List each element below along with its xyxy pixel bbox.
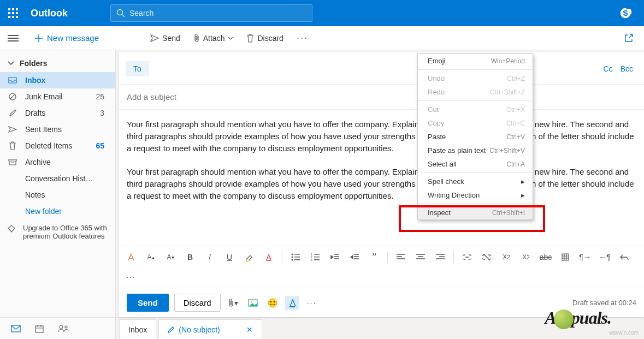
mail-icon[interactable]: [11, 325, 21, 332]
paperclip-icon: [193, 34, 200, 43]
cm-spell-check[interactable]: Spell check ▸: [418, 175, 533, 188]
cm-paste[interactable]: Paste Ctrl+V: [418, 130, 533, 144]
bullets-icon[interactable]: [289, 251, 302, 264]
cm-select-all[interactable]: Select all Ctrl+A: [418, 157, 533, 171]
cm-inspect[interactable]: Inspect Ctrl+Shift+I: [418, 206, 533, 219]
font-size-decrease-icon[interactable]: A▾: [164, 251, 177, 264]
link-icon[interactable]: [460, 251, 474, 264]
cm-label: Undo: [428, 74, 445, 82]
strikethrough-icon[interactable]: abc: [539, 251, 552, 264]
watermark-site: wsxwin.com: [609, 330, 639, 336]
discard-secondary-button[interactable]: Discard: [174, 294, 221, 312]
sidebar-item-inbox[interactable]: Inbox: [0, 72, 115, 88]
chevron-down-icon: [228, 37, 233, 40]
people-icon[interactable]: [58, 325, 69, 332]
sidebar-item-label: Notes: [25, 191, 45, 199]
svg-point-16: [292, 257, 293, 258]
sidebar-item-drafts[interactable]: Drafts 3: [0, 105, 115, 121]
cm-emoji[interactable]: Emoji Win+Period: [418, 54, 533, 68]
new-folder-button[interactable]: New folder: [0, 203, 115, 219]
underline-icon[interactable]: U: [223, 251, 236, 264]
send-primary-button[interactable]: Send: [127, 294, 169, 312]
svg-rect-31: [289, 306, 295, 307]
rtl-icon[interactable]: ←¶: [598, 251, 611, 264]
subject-input[interactable]: [119, 85, 644, 110]
send-button[interactable]: Send: [146, 32, 185, 45]
cc-button[interactable]: Cc: [604, 64, 613, 73]
popout-icon[interactable]: [624, 34, 633, 43]
more-button[interactable]: ···: [292, 30, 312, 46]
discard-button[interactable]: Discard: [242, 32, 287, 45]
ltr-icon[interactable]: ¶→: [578, 251, 592, 264]
svg-point-28: [268, 299, 277, 307]
svg-rect-19: [294, 259, 300, 260]
search-input[interactable]: [110, 4, 312, 22]
svg-rect-5: [16, 12, 18, 14]
bcc-button[interactable]: Bcc: [621, 64, 633, 73]
tab-inbox[interactable]: Inbox: [119, 319, 156, 339]
cm-label: Copy: [428, 119, 444, 127]
align-left-icon[interactable]: [394, 251, 407, 264]
cm-shortcut: Ctrl+V: [506, 133, 525, 141]
skype-icon[interactable]: [618, 5, 633, 21]
cm-label: Paste: [428, 133, 446, 141]
sidebar-item-junk[interactable]: Junk Email 25: [0, 88, 115, 105]
to-button[interactable]: To: [126, 61, 149, 76]
email-body[interactable]: Your first paragraph should mention what…: [119, 110, 644, 246]
more-format-icon[interactable]: ···: [125, 270, 138, 283]
quote-icon[interactable]: ”: [368, 251, 381, 264]
menu-toggle-icon[interactable]: [8, 35, 19, 41]
search-field[interactable]: [129, 9, 306, 17]
attach-dropdown-icon[interactable]: ▾: [226, 296, 240, 310]
sidebar-item-sent[interactable]: Sent Items: [0, 121, 115, 138]
format-toolbar: A▴ A▾ B I U A 123 ” X2: [119, 246, 644, 288]
bold-icon[interactable]: B: [184, 251, 197, 264]
pencil-icon: [168, 326, 174, 333]
font-color-icon[interactable]: [125, 251, 138, 264]
calendar-icon[interactable]: [35, 324, 44, 333]
emoji-icon[interactable]: [265, 296, 280, 310]
cm-shortcut: Ctrl+C: [506, 120, 525, 127]
picture-icon[interactable]: [246, 296, 260, 310]
new-message-button[interactable]: New message: [32, 31, 102, 45]
folders-toggle[interactable]: Folders: [0, 55, 115, 72]
align-right-icon[interactable]: [434, 251, 447, 264]
cm-shortcut: Win+Period: [491, 57, 525, 65]
close-icon[interactable]: ✕: [246, 325, 253, 334]
attach-button[interactable]: Attach: [189, 32, 238, 45]
superscript-icon[interactable]: X2: [500, 251, 513, 264]
sidebar-item-label: Junk Email: [25, 92, 62, 101]
chevron-down-icon: [8, 61, 14, 66]
align-center-icon[interactable]: [414, 251, 427, 264]
sidebar-item-archive[interactable]: Archive: [0, 154, 115, 170]
unlink-icon[interactable]: [480, 251, 493, 264]
sidebar-item-notes[interactable]: Notes: [0, 187, 115, 203]
cm-label: Emoji: [428, 57, 446, 65]
svg-point-14: [292, 254, 293, 255]
formatting-toggle-icon[interactable]: [285, 296, 299, 310]
svg-text:3: 3: [311, 258, 312, 261]
sidebar-item-deleted[interactable]: Deleted Items 65: [0, 138, 115, 154]
tab-compose[interactable]: (No subject) ✕: [158, 319, 262, 339]
more-send-icon[interactable]: ···: [305, 296, 319, 310]
attach-label: Attach: [203, 34, 225, 43]
app-launcher-icon[interactable]: [0, 0, 26, 26]
font-color-picker-icon[interactable]: A: [262, 251, 275, 264]
font-size-increase-icon[interactable]: A▴: [144, 251, 157, 264]
svg-line-12: [10, 94, 15, 99]
numbering-icon[interactable]: 123: [309, 251, 322, 264]
table-icon[interactable]: [559, 251, 572, 264]
cm-writing-direction[interactable]: Writing Direction ▸: [418, 188, 533, 202]
undo-icon[interactable]: [618, 251, 631, 264]
upgrade-prompt[interactable]: Upgrade to Office 365 with premium Outlo…: [0, 219, 115, 245]
indent-icon[interactable]: [348, 251, 361, 264]
outdent-icon[interactable]: [328, 251, 341, 264]
discard-label: Discard: [257, 34, 283, 43]
subscript-icon[interactable]: X2: [519, 251, 533, 264]
cm-shortcut: Ctrl+Shift+Z: [490, 88, 525, 96]
sidebar-item-count: 65: [96, 141, 104, 150]
cm-paste-plain[interactable]: Paste as plain text Ctrl+Shift+V: [418, 144, 533, 157]
highlight-icon[interactable]: [243, 251, 256, 264]
sidebar-item-conversation[interactable]: Conversation Hist…: [0, 170, 115, 187]
italic-icon[interactable]: I: [203, 251, 216, 264]
